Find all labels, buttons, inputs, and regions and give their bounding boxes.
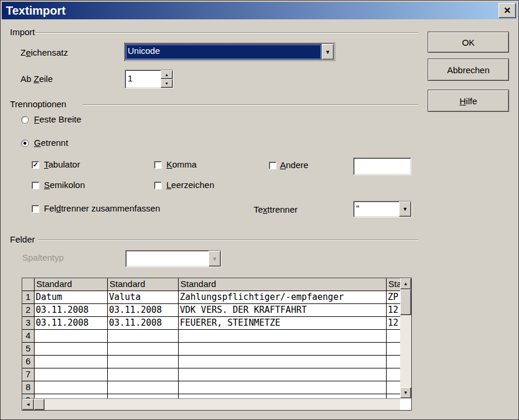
scroll-left-button[interactable]: ◄ [22,399,34,410]
fields-group-line [38,240,418,241]
table-cell[interactable] [387,394,400,398]
other-separator-input[interactable] [353,158,411,175]
other-checkbox[interactable]: ✓ [269,162,276,169]
table-row: 5 [22,343,400,356]
column-header[interactable]: Standard [108,278,179,291]
table-cell[interactable] [179,356,387,368]
fixed-width-radio[interactable] [21,116,29,124]
fixed-width-label[interactable]: Feste Breite [34,115,81,124]
semicolon-label[interactable]: Semikolon [44,180,85,190]
radio-dot [23,142,26,145]
other-label[interactable]: Andere [280,161,308,170]
tab-checkbox[interactable]: ✓ [32,161,39,169]
table-cell[interactable] [179,368,387,381]
ok-button[interactable]: OK [428,32,509,53]
table-cell[interactable] [108,356,179,368]
scroll-left-icon: ◄ [26,402,30,407]
from-row-label: Ab Zeile [21,74,53,84]
text-delimiter-value: " [354,202,399,217]
horizontal-scroll-thumb[interactable] [34,399,45,410]
table-cell[interactable] [387,330,400,343]
row-number: 9 [22,394,35,398]
comma-label[interactable]: Komma [166,160,197,169]
charset-selected-value: Unicode [125,44,322,60]
table-cell[interactable] [387,368,400,381]
space-checkbox[interactable]: ✓ [154,182,162,189]
table-cell[interactable] [179,381,387,394]
separated-radio[interactable] [21,139,29,147]
text-delimiter-combobox[interactable]: " ▼ [353,201,412,217]
text-delimiter-label: Texttrenner [254,205,298,214]
spin-up-button[interactable]: ▲ [161,70,173,79]
table-cell[interactable]: Datum [35,291,108,304]
table-cell[interactable] [387,381,400,394]
scroll-up-button[interactable]: ▲ [400,278,411,289]
check-icon: ✓ [33,161,38,168]
table-cell[interactable] [179,330,387,343]
scroll-down-button[interactable]: ▼ [400,387,411,398]
table-cell[interactable]: 12 [387,317,400,330]
text-delimiter-dropdown-button[interactable]: ▼ [399,202,411,217]
table-cell[interactable]: VDK VERS. DER KRAFTFAHRT [179,304,387,317]
table-cell[interactable]: 03.11.2008 [35,304,108,317]
vertical-scroll-thumb[interactable] [400,289,411,315]
table-cell[interactable] [35,368,108,381]
title-bar[interactable]: Textimport [2,2,517,19]
table-cell[interactable] [179,394,387,398]
semicolon-checkbox[interactable]: ✓ [32,182,39,189]
merge-delimiters-checkbox[interactable]: ✓ [32,205,39,213]
table-cell[interactable] [387,343,400,356]
from-row-value: 1 [125,70,161,88]
horizontal-scrollbar[interactable]: ◄ ► [22,398,400,410]
help-button[interactable]: Hilfe [428,90,509,112]
table-cell[interactable] [108,343,179,356]
table-row: 2 03.11.2008 03.11.2008 VDK VERS. DER KR… [22,304,400,317]
column-header[interactable]: Standard [387,278,400,291]
table-cell[interactable]: Valuta [108,291,179,304]
close-icon: ✕ [504,5,511,16]
table-row: 4 [22,330,400,343]
column-header[interactable]: Standard [35,278,108,291]
table-cell[interactable] [35,343,108,356]
comma-checkbox[interactable]: ✓ [154,161,162,169]
charset-combobox[interactable]: Unicode ▼ [125,43,334,60]
table-cell[interactable]: 12 [387,304,400,317]
table-row: 3 03.11.2008 03.11.2008 FEUERER, STEINME… [22,317,400,330]
table-cell[interactable] [35,381,108,394]
table-cell[interactable] [35,394,108,398]
table-cell[interactable] [179,343,387,356]
column-type-label: Spaltentyp [22,253,64,262]
table-cell[interactable] [35,330,108,343]
table-cell[interactable] [35,356,108,368]
table-cell[interactable]: FEUERER, STEINMETZE [179,317,387,330]
table-cell[interactable] [108,381,179,394]
tab-label[interactable]: Tabulator [44,160,80,169]
row-number: 4 [22,330,35,343]
space-label[interactable]: Leerzeichen [166,180,214,190]
row-number: 6 [22,356,35,368]
table-cell[interactable] [108,394,179,398]
table-cell[interactable]: ZP [387,291,400,304]
table-cell[interactable] [387,356,400,368]
table-cell[interactable]: 03.11.2008 [35,317,108,330]
from-row-spinner[interactable]: 1 ▲ ▼ [125,70,173,88]
vertical-scrollbar[interactable]: ▲ ▼ [400,278,411,398]
window-title: Textimport [2,4,66,18]
table-cell[interactable] [108,330,179,343]
corner-cell [22,278,35,291]
table-cell[interactable] [108,368,179,381]
column-type-dropdown-button: ▼ [209,251,221,267]
fields-group-label: Felder [10,235,35,244]
table-cell[interactable]: 03.11.2008 [108,304,179,317]
merge-delimiters-label[interactable]: Feldtrenner zusammenfassen [44,204,160,213]
table-cell[interactable]: Zahlungspflichtiger/-empfaenger [179,291,387,304]
charset-dropdown-button[interactable]: ▼ [322,44,334,60]
spin-down-button[interactable]: ▼ [161,79,173,88]
column-header[interactable]: Standard [179,278,387,291]
separated-label[interactable]: Getrennt [34,138,68,148]
scroll-down-icon: ▼ [404,390,408,395]
separator-group-label: Trennoptionen [10,100,66,109]
table-cell[interactable]: 03.11.2008 [108,317,179,330]
cancel-button[interactable]: Abbrechen [428,59,509,81]
close-button[interactable]: ✕ [498,3,516,18]
